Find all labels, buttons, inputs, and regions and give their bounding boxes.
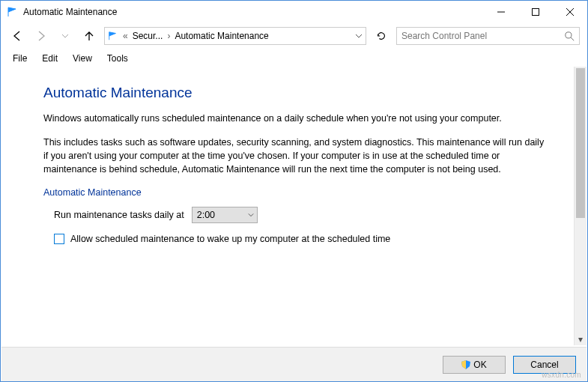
menu-bar: File Edit View Tools <box>1 49 587 67</box>
menu-edit[interactable]: Edit <box>34 50 65 67</box>
forward-button[interactable] <box>32 27 50 45</box>
nav-bar: « Secur... › Automatic Maintenance Searc… <box>1 23 587 49</box>
maximize-button[interactable] <box>518 1 553 23</box>
recent-dropdown-icon[interactable] <box>56 27 74 45</box>
section-title: Automatic Maintenance <box>43 187 547 198</box>
menu-tools[interactable]: Tools <box>100 50 136 67</box>
menu-view[interactable]: View <box>65 50 100 67</box>
scrollbar[interactable]: ▴ ▾ <box>574 67 587 345</box>
schedule-label: Run maintenance tasks daily at <box>54 210 184 220</box>
wake-checkbox[interactable] <box>54 234 64 244</box>
control-panel-flag-icon <box>7 6 19 18</box>
window-controls <box>484 1 587 23</box>
title-bar: Automatic Maintenance <box>1 1 587 23</box>
breadcrumb[interactable]: « Secur... › Automatic Maintenance <box>104 27 366 45</box>
search-input[interactable]: Search Control Panel <box>396 27 580 45</box>
wake-checkbox-label: Allow scheduled maintenance to wake up m… <box>70 234 390 244</box>
menu-file[interactable]: File <box>5 50 34 67</box>
search-placeholder: Search Control Panel <box>401 31 565 41</box>
ok-label: OK <box>473 360 486 370</box>
up-button[interactable] <box>80 27 98 45</box>
chevron-right-icon: › <box>166 31 172 41</box>
ok-button[interactable]: OK <box>443 356 506 374</box>
chevron-down-icon[interactable] <box>355 32 363 40</box>
scroll-down-icon[interactable]: ▾ <box>575 333 587 345</box>
svg-rect-1 <box>533 9 539 16</box>
scroll-thumb[interactable] <box>576 68 585 218</box>
window-title: Automatic Maintenance <box>23 7 484 17</box>
search-icon <box>565 31 575 41</box>
guillemet-icon: « <box>121 31 130 41</box>
schedule-time-value: 2:00 <box>197 210 215 220</box>
intro-paragraph-2: This includes tasks such as software upd… <box>43 136 547 176</box>
wake-checkbox-row: Allow scheduled maintenance to wake up m… <box>54 234 547 244</box>
uac-shield-icon <box>461 360 470 369</box>
content-area: Automatic Maintenance Windows automatica… <box>1 67 587 345</box>
back-button[interactable] <box>8 27 26 45</box>
close-button[interactable] <box>553 1 587 23</box>
control-panel-flag-icon <box>108 31 118 41</box>
cancel-label: Cancel <box>530 360 558 370</box>
schedule-row: Run maintenance tasks daily at 2:00 <box>54 207 547 223</box>
svg-point-4 <box>566 31 572 37</box>
watermark: wsxdn.com <box>542 371 581 379</box>
footer: OK Cancel <box>1 347 587 381</box>
svg-line-5 <box>571 37 574 40</box>
minimize-button[interactable] <box>484 1 518 23</box>
schedule-time-select[interactable]: 2:00 <box>192 207 258 223</box>
intro-paragraph-1: Windows automatically runs scheduled mai… <box>43 112 547 125</box>
chevron-down-icon <box>248 212 254 218</box>
refresh-button[interactable] <box>372 27 390 45</box>
breadcrumb-security[interactable]: Secur... <box>133 31 163 41</box>
breadcrumb-automatic-maintenance[interactable]: Automatic Maintenance <box>175 31 268 41</box>
page-content: Automatic Maintenance Windows automatica… <box>1 67 574 345</box>
page-heading: Automatic Maintenance <box>43 85 547 101</box>
